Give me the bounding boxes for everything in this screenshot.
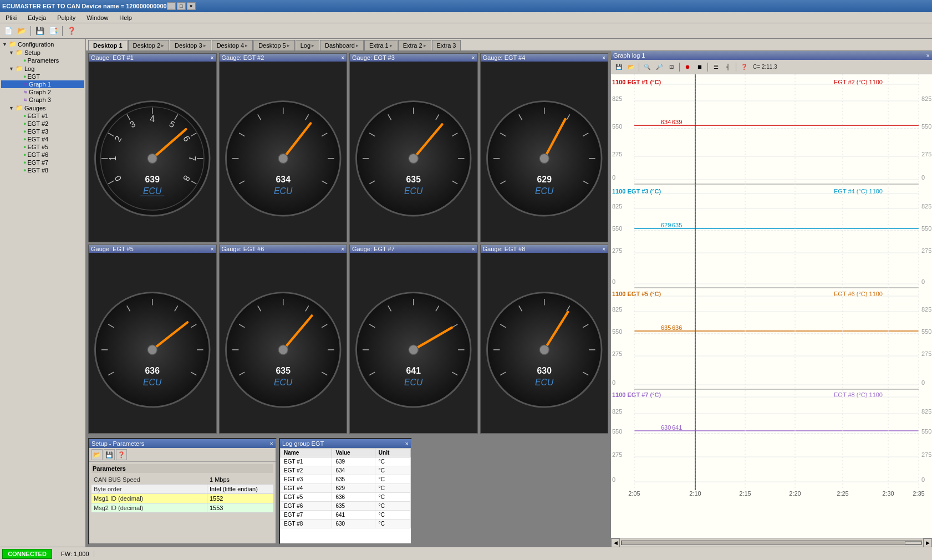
- tab-desktop5[interactable]: Desktop 5 ▸: [253, 40, 295, 50]
- gauge-egt7-close[interactable]: ×: [472, 246, 475, 252]
- gauge-egt1-svg: 0 1 2 3 4 5 6 7 8: [89, 62, 216, 240]
- setup-help-btn[interactable]: ❓: [116, 449, 127, 460]
- sidebar-item-egt1-gauge[interactable]: ● EGT #1: [1, 112, 84, 120]
- sidebar-item-egt7-gauge[interactable]: ● EGT #7: [1, 159, 84, 166]
- log-table-row: EGT #3635°C: [281, 475, 411, 484]
- gauge-egt6-close[interactable]: ×: [341, 246, 344, 252]
- sidebar-item-configuration[interactable]: ▼ 📁 Configuration: [1, 40, 84, 48]
- new-button[interactable]: 📄: [2, 25, 14, 37]
- tab-arrow: ▸: [424, 43, 426, 48]
- gauge-egt3-close[interactable]: ×: [472, 55, 475, 61]
- sidebar-item-parameters[interactable]: ● Parameters: [1, 57, 84, 64]
- svg-text:636: 636: [145, 366, 160, 375]
- gauge-egt1-titlebar: Gauge: EGT #1 ×: [89, 54, 216, 62]
- svg-text:ECU: ECU: [143, 378, 162, 387]
- sidebar-item-gauges[interactable]: ▼ 📁 Gauges: [1, 104, 84, 112]
- log-cell-unit: °C: [375, 484, 410, 493]
- graph-play-btn[interactable]: ⏺: [682, 62, 693, 73]
- graph-cursor-btn[interactable]: ┤: [722, 62, 734, 73]
- param-row-byteorder: Byte order Intel (little endian): [91, 485, 273, 494]
- expand-icon: [17, 113, 22, 119]
- scroll-thumb[interactable]: [905, 541, 921, 544]
- tab-dashboard[interactable]: Dashboard ▸: [320, 40, 364, 50]
- expand-icon: ▼: [2, 42, 8, 47]
- tab-desktop1[interactable]: Desktop 1: [88, 40, 128, 50]
- sidebar-item-graph3[interactable]: ≋ Graph 3: [1, 96, 84, 104]
- help-button[interactable]: ❓: [65, 25, 78, 37]
- menu-pulpity[interactable]: Pulpity: [54, 13, 79, 22]
- svg-text:550: 550: [921, 225, 931, 232]
- gauges-top-row: Gauge: EGT #1 ×: [88, 53, 608, 242]
- svg-text:634: 634: [661, 119, 671, 125]
- gauge-egt7-titlebar: Gauge: EGT #7 ×: [350, 245, 477, 253]
- tab-desktop3[interactable]: Desktop 3 ▸: [170, 40, 211, 50]
- graph-zoom-out-btn[interactable]: 🔎: [654, 62, 665, 73]
- maximize-button[interactable]: □: [177, 2, 186, 10]
- sidebar-item-setup[interactable]: ▼ 📁 Setup: [1, 48, 84, 57]
- sidebar-item-graph1[interactable]: ≋ Graph 1: [1, 80, 84, 88]
- sidebar-item-egt3-gauge[interactable]: ● EGT #3: [1, 128, 84, 135]
- sidebar-item-egt2-gauge[interactable]: ● EGT #2: [1, 120, 84, 128]
- log-panel-close[interactable]: ×: [405, 440, 409, 447]
- scroll-right-btn[interactable]: ▶: [923, 538, 932, 547]
- tab-desktop4[interactable]: Desktop 4 ▸: [212, 40, 253, 50]
- graph-list-btn[interactable]: ☰: [710, 62, 721, 73]
- scroll-track[interactable]: [621, 541, 922, 545]
- sidebar-item-egt6-gauge[interactable]: ● EGT #6: [1, 151, 84, 159]
- scroll-left-btn[interactable]: ◀: [611, 538, 620, 547]
- menu-edycja[interactable]: Edycja: [24, 13, 49, 22]
- toolbar-separator: [30, 26, 31, 36]
- sidebar-item-egt8-gauge[interactable]: ● EGT #8: [1, 166, 84, 174]
- log-cell-name: EGT #4: [281, 484, 332, 493]
- tab-log[interactable]: Log ▸: [296, 40, 319, 50]
- graph-sep2: [679, 63, 680, 72]
- menu-help[interactable]: Help: [116, 13, 135, 22]
- log-cell-name: EGT #5: [281, 493, 332, 502]
- svg-text:635: 635: [276, 366, 291, 375]
- tab-desktop2[interactable]: Desktop 2 ▸: [128, 40, 170, 50]
- setup-save-btn[interactable]: 💾: [104, 449, 115, 460]
- svg-text:825: 825: [612, 306, 622, 313]
- graph-stop-btn[interactable]: ⏹: [694, 62, 705, 73]
- expand-icon: [17, 74, 22, 79]
- gauge-egt8-close[interactable]: ×: [602, 246, 605, 252]
- log-cell-name: EGT #6: [281, 502, 332, 511]
- sidebar-item-egt-log[interactable]: ● EGT: [1, 73, 84, 80]
- save-as-button[interactable]: 📑: [47, 25, 59, 37]
- graph-close[interactable]: ×: [926, 52, 930, 59]
- svg-text:825: 825: [921, 408, 931, 415]
- tab-extra2[interactable]: Extra 2 ▸: [398, 40, 431, 50]
- graph-chart[interactable]: 1100 EGT #1 (°C) EGT #2 (°C) 1100 825 82…: [611, 74, 932, 538]
- gauge-egt1-close[interactable]: ×: [211, 55, 214, 61]
- sidebar-item-log[interactable]: ▼ 📁 Log: [1, 64, 84, 73]
- gauge-egt2-close[interactable]: ×: [341, 55, 344, 61]
- tab-extra1[interactable]: Extra 1 ▸: [364, 40, 398, 50]
- graph-sep1: [639, 63, 639, 72]
- open-button[interactable]: 📂: [16, 25, 28, 37]
- close-button[interactable]: ×: [187, 2, 196, 10]
- gauges-bottom-row: Gauge: EGT #5 ×: [88, 245, 608, 434]
- graph-zoom-fit-btn[interactable]: ⊡: [666, 62, 677, 73]
- gauge-egt5-body: 636 ECU: [89, 253, 216, 431]
- menu-window[interactable]: Window: [83, 13, 111, 22]
- setup-panel-close[interactable]: ×: [270, 440, 273, 447]
- gauge-egt3-body: 635 ECU: [350, 62, 477, 240]
- tab-extra3[interactable]: Extra 3: [432, 40, 461, 50]
- menu-pliki[interactable]: Pliki: [2, 13, 20, 22]
- cursor-info: C= 2:11.3: [751, 64, 777, 70]
- graph-save-btn[interactable]: 💾: [613, 62, 624, 73]
- gauge-egt5-close[interactable]: ×: [211, 246, 214, 252]
- gauge-egt1-body: 0 1 2 3 4 5 6 7 8: [89, 62, 216, 240]
- graph-help-btn[interactable]: ❓: [739, 62, 750, 73]
- minimize-button[interactable]: _: [167, 2, 176, 10]
- svg-text:550: 550: [612, 328, 622, 335]
- sidebar-item-egt5-gauge[interactable]: ● EGT #5: [1, 143, 84, 151]
- graph-open-btn[interactable]: 📂: [625, 62, 636, 73]
- sidebar-item-egt4-gauge[interactable]: ● EGT #4: [1, 135, 84, 143]
- sidebar-item-graph2[interactable]: ≋ Graph 2: [1, 88, 84, 96]
- gauge-egt4-close[interactable]: ×: [602, 55, 605, 61]
- save-button[interactable]: 💾: [34, 25, 46, 37]
- graph-zoom-in-btn[interactable]: 🔍: [641, 62, 653, 73]
- expand-icon: [17, 97, 22, 103]
- setup-open-btn[interactable]: 📂: [91, 449, 103, 460]
